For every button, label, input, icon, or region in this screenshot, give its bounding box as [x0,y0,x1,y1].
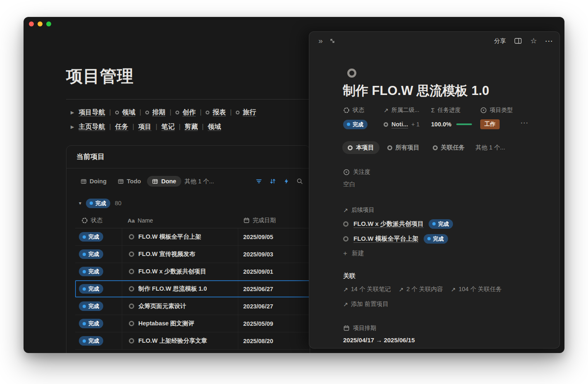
page-icon[interactable] [347,69,356,78]
panel-tab[interactable]: 本项目 [342,141,379,154]
cell-date[interactable]: 2025/09/01 [238,263,311,280]
attention-value[interactable]: 空白 [343,180,370,188]
cell-name[interactable]: 众筹页面元素设计 [122,298,238,315]
nav-link[interactable]: 领域 [122,108,135,117]
side-peek-layout-icon[interactable] [514,38,522,44]
more-views-button[interactable]: 其他 1 个... [181,178,214,185]
table-row[interactable]: 完成FLO.W 模板全平台上架2025/09/05 [75,228,311,246]
relation-link[interactable]: ↗104 个 关联任务 [451,285,502,293]
nav-link[interactable]: 排期 [152,108,166,117]
nav-item[interactable]: 领域 [115,108,135,117]
view-tab-doing[interactable]: Doing [76,176,111,187]
more-options-icon[interactable]: ··· [545,38,554,45]
cell-name[interactable]: FLO.W x 少数派共创项目 [122,263,238,280]
toggle-right-icon[interactable]: ▶ [70,110,75,115]
nav-item[interactable]: 笔记 [161,123,175,131]
close-peek-icon[interactable]: » [318,37,323,45]
more-tabs-button[interactable]: 其他 1 个... [476,144,505,152]
cell-date[interactable]: 2025/06/27 [238,280,311,297]
cell-date[interactable]: 2023/06/27 [238,298,311,315]
nav-item[interactable]: 排期 [145,108,166,117]
favorite-star-icon[interactable]: ☆ [530,37,537,45]
cell-status[interactable]: 完成 [75,332,122,349]
cell-status[interactable]: 完成 [75,263,122,280]
nav-item[interactable]: 领域 [208,123,221,131]
schedule-property[interactable]: 项目排期 [343,325,415,332]
cell-date[interactable]: 2025/09/05 [238,228,311,245]
cell-status[interactable]: 完成 [75,280,122,297]
group-status-pill[interactable]: 完成 [86,199,110,208]
nav-link-toggle-label[interactable]: 项目导航 [78,108,105,117]
table-row[interactable]: 完成FLO.W x 少数派共创项目2025/09/01 [75,263,311,280]
group-collapse-icon[interactable]: ▾ [79,200,81,206]
relation-link[interactable]: ↗2 个 关联内容 [398,285,443,293]
nav-item[interactable]: 剪藏 [185,123,198,131]
table-row[interactable]: 完成FLO.W 宣传视频发布2025/09/03 [75,246,311,263]
nav-link[interactable]: 项目 [138,123,152,131]
view-tab-done[interactable]: Done [147,176,181,187]
attention-property[interactable]: 关注度 [343,168,370,176]
table-row[interactable]: 完成Heptabase 图文测评2025/05/09 [75,315,311,332]
property-label-relation[interactable]: ↗所属二级... [384,106,431,114]
filter-icon[interactable] [256,178,262,185]
panel-tab[interactable]: 所有项目 [382,141,425,154]
nav-link-toggle-label[interactable]: 主页导航 [78,123,105,131]
related-page-link[interactable]: Noti... [391,121,408,128]
nav-link[interactable]: 领域 [208,123,221,131]
followup-property[interactable]: ↗ 后续项目 [343,206,453,214]
minimize-window-button[interactable] [38,21,43,26]
more-properties-icon[interactable]: ··· [521,119,529,126]
view-tab-todo[interactable]: Todo [113,176,146,187]
cell-date[interactable]: 2025/05/09 [238,315,311,332]
cell-date[interactable]: 2025/09/03 [238,246,311,263]
cell-date[interactable]: 2025/08/20 [238,332,311,349]
property-label-progress[interactable]: Σ任务进度 [431,106,480,114]
column-header-date[interactable]: 完成日期 [238,217,311,224]
new-followup-button[interactable]: + 新建 [343,249,453,257]
nav-link[interactable]: 报表 [213,108,226,117]
property-value-relation[interactable]: Noti...+ 1 [384,119,431,130]
nav-link[interactable]: 笔记 [161,123,175,131]
cell-status[interactable]: 完成 [75,246,122,263]
column-header-status[interactable]: 状态 [75,217,122,224]
cell-name[interactable]: FLO.W 宣传视频发布 [122,246,238,263]
property-value-progress[interactable]: 100.0% [431,119,480,130]
cell-status[interactable]: 完成 [75,228,122,245]
property-label-tag[interactable]: 项目类型 [480,106,546,114]
sort-icon[interactable] [269,178,276,185]
cell-status[interactable]: 完成 [75,298,122,315]
nav-link[interactable]: 旅行 [243,108,256,117]
automation-lightning-icon[interactable] [283,178,289,185]
followup-project-link[interactable]: FLO.W x 少数派共创项目 [353,220,424,228]
close-window-button[interactable] [29,21,34,26]
table-row[interactable]: 完成众筹页面元素设计2023/06/27 [75,298,311,315]
cell-name[interactable]: Heptabase 图文测评 [122,315,238,332]
add-predecessor-button[interactable]: ↗ 添加 前置项目 [343,300,502,308]
table-row[interactable]: 完成FLO.W 上架经验分享文章2025/08/20 [75,332,311,350]
followup-project-link[interactable]: FLO.W 模板全平台上架 [353,235,419,243]
cell-name[interactable]: FLO.W 上架经验分享文章 [122,332,238,349]
nav-item[interactable]: 报表 [206,108,226,117]
schedule-date-range[interactable]: 2025/04/17 → 2025/06/15 [343,337,415,344]
property-value-status[interactable]: 完成 [343,119,384,130]
cell-name[interactable]: FLO.W 模板全平台上架 [122,228,238,245]
cell-name[interactable]: 制作 FLO.W 思流模板 1.0 [122,280,238,297]
panel-tab[interactable]: 关联任务 [427,141,470,154]
project-title[interactable]: 制作 FLO.W 思流模板 1.0 [343,82,489,100]
search-icon[interactable] [296,178,303,185]
table-row[interactable]: 完成制作 FLO.W 思流模板 1.02025/06/27 [75,280,311,298]
nav-link[interactable]: 任务 [115,123,128,131]
relation-link[interactable]: ↗14 个 关联笔记 [343,285,391,293]
nav-item[interactable]: 项目 [138,123,152,131]
nav-item[interactable]: 创作 [175,108,196,117]
cell-status[interactable]: 完成 [75,315,122,332]
nav-item[interactable]: 旅行 [236,108,256,117]
property-label-status[interactable]: 状态 [343,106,384,114]
followup-item[interactable]: FLO.W 模板全平台上架完成 [343,234,453,244]
nav-link[interactable]: 创作 [183,108,196,117]
nav-link[interactable]: 剪藏 [185,123,198,131]
expand-page-icon[interactable] [329,38,336,44]
toggle-right-icon[interactable]: ▶ [70,124,75,130]
column-header-name[interactable]: Aa Name [122,217,238,224]
share-button[interactable]: 分享 [494,37,506,45]
